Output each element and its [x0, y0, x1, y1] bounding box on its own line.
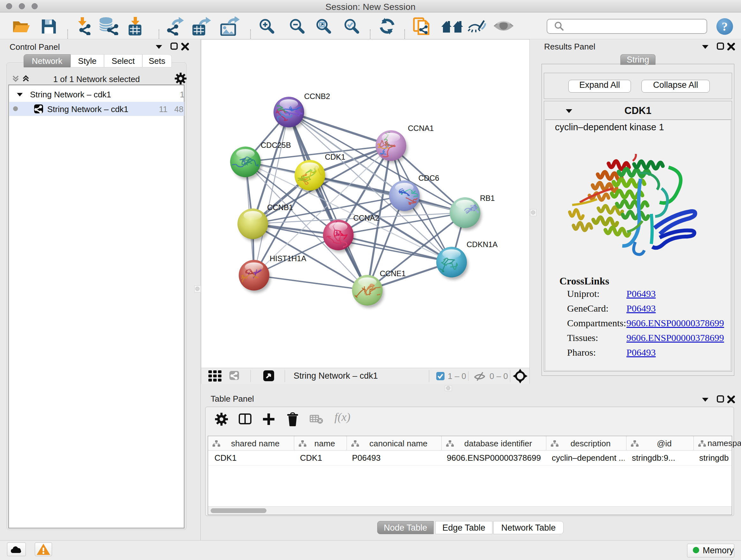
svg-text:CDC25B: CDC25B	[261, 141, 291, 149]
svg-text:RB1: RB1	[480, 194, 495, 202]
svg-text:CCNE1: CCNE1	[380, 269, 406, 278]
svg-text:CCNB1: CCNB1	[267, 203, 293, 212]
svg-text:?: ?	[722, 20, 728, 33]
svg-text:CCNA1: CCNA1	[408, 124, 434, 132]
svg-text:CCNA2: CCNA2	[353, 213, 379, 222]
svg-text:CCNB2: CCNB2	[304, 92, 330, 101]
svg-text:CDC6: CDC6	[418, 174, 439, 182]
svg-text:HIST1H1A: HIST1H1A	[270, 254, 307, 263]
svg-text:CDKN1A: CDKN1A	[467, 240, 497, 249]
svg-text:CDK1: CDK1	[325, 152, 345, 161]
